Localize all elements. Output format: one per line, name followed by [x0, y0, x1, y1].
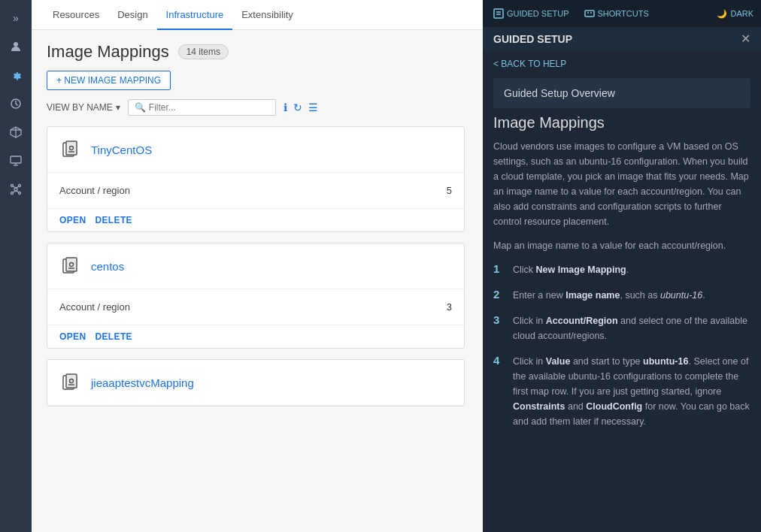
step-num-2: 2: [493, 288, 505, 303]
guide-intro: Cloud vendors use images to configure a …: [493, 139, 750, 229]
info-icon[interactable]: ℹ: [283, 101, 287, 113]
open-centos-button[interactable]: OPEN: [59, 331, 86, 342]
panel-close-button[interactable]: ✕: [741, 33, 750, 45]
moon-icon: 🌙: [717, 9, 727, 19]
shortcuts-label: SHORTCUTS: [598, 9, 649, 18]
open-tinyCentOS-button[interactable]: OPEN: [59, 215, 86, 225]
page-title: Image Mappings: [47, 42, 169, 62]
image-mapping-icon-3: [59, 370, 83, 394]
nav-design[interactable]: Design: [108, 0, 156, 30]
card-centos-body: Account / region 3: [47, 289, 464, 325]
svg-rect-18: [66, 141, 77, 155]
panel-title-bar: GUIDED SETUP ✕: [483, 27, 761, 51]
card-centos-row-0: Account / region 3: [59, 297, 452, 317]
step-num-4: 4: [493, 354, 505, 429]
card-centos-name[interactable]: centos: [91, 260, 124, 273]
svg-rect-29: [494, 9, 503, 18]
sidebar-settings-icon[interactable]: [4, 63, 28, 87]
nav-extensibility[interactable]: Extensibility: [232, 0, 302, 30]
card-row-value-2: 3: [447, 301, 452, 313]
back-to-help-link[interactable]: < BACK TO HELP: [483, 51, 761, 72]
guide-step-3: 3 Click in Account/Region and select one…: [493, 313, 750, 343]
view-by-label: VIEW BY NAME: [47, 102, 113, 113]
search-icon: 🔍: [135, 102, 146, 113]
delete-tinyCentOS-button[interactable]: DELETE: [95, 215, 132, 225]
step-text-1: Click New Image Mapping.: [513, 262, 629, 277]
guide-heading: Image Mappings: [493, 114, 750, 131]
list-view-icon[interactable]: ☰: [308, 101, 318, 113]
dark-label: DARK: [730, 9, 753, 18]
svg-line-15: [13, 191, 16, 192]
step-text-4: Click in Value and start to type ubuntu-…: [513, 354, 750, 429]
guide-content: Image Mappings Cloud vendors use images …: [483, 114, 761, 532]
panel-title: GUIDED SETUP: [493, 33, 572, 45]
svg-point-0: [14, 42, 18, 47]
card-tinyCentOS-name[interactable]: TinyCentOS: [91, 144, 152, 156]
card-jieaaptestvc: jieaaptestvcMapping: [47, 359, 465, 407]
svg-rect-22: [66, 258, 77, 271]
card-row-label-2: Account / region: [59, 301, 130, 313]
refresh-icon[interactable]: ↻: [293, 101, 302, 113]
search-box: 🔍: [128, 99, 276, 116]
card-tinyCentOS-header: TinyCentOS: [47, 127, 464, 173]
sidebar-expand-icon[interactable]: »: [4, 6, 28, 30]
nav-resources[interactable]: Resources: [44, 0, 108, 30]
dark-toggle[interactable]: 🌙 DARK: [717, 9, 753, 19]
svg-point-8: [14, 188, 17, 191]
items-badge: 14 items: [178, 44, 229, 59]
step-num-1: 1: [493, 262, 505, 277]
view-by-dropdown[interactable]: VIEW BY NAME ▾: [47, 102, 120, 113]
guided-setup-tab[interactable]: GUIDED SETUP: [490, 7, 572, 20]
step-text-2: Enter a new Image name, such as ubuntu-1…: [513, 288, 705, 303]
guide-step-4: 4 Click in Value and start to type ubunt…: [493, 354, 750, 429]
panel-topbar: GUIDED SETUP SHORTCUTS 🌙 DARK: [483, 0, 761, 27]
delete-centos-button[interactable]: DELETE: [95, 331, 132, 342]
sidebar-users-icon[interactable]: [4, 35, 28, 59]
card-centos-header: centos: [47, 243, 464, 289]
chevron-down-icon: ▾: [116, 102, 120, 113]
filter-bar: VIEW BY NAME ▾ 🔍 ℹ ↻ ☰: [47, 99, 468, 116]
shortcuts-tab[interactable]: SHORTCUTS: [581, 7, 652, 20]
card-centos: centos Account / region 3 OPEN DELETE: [47, 243, 465, 349]
search-input[interactable]: [149, 102, 269, 113]
card-row-label: Account / region: [59, 185, 130, 196]
card-tinyCentOS-row-0: Account / region 5: [59, 180, 452, 201]
page-header: Image Mappings 14 items: [47, 42, 468, 62]
card-jieaaptestvc-header: jieaaptestvcMapping: [47, 360, 464, 406]
svg-rect-26: [66, 374, 77, 388]
sidebar-network-icon[interactable]: [4, 177, 28, 201]
svg-line-13: [13, 186, 16, 188]
sidebar-cube-icon[interactable]: [4, 120, 28, 144]
right-panel: GUIDED SETUP SHORTCUTS 🌙 DARK GUIDED SET…: [483, 0, 761, 532]
guide-step-1: 1 Click New Image Mapping.: [493, 262, 750, 277]
guide-step-2: 2 Enter a new Image name, such as ubuntu…: [493, 288, 750, 303]
nav-infrastructure[interactable]: Infrastructure: [157, 0, 233, 30]
top-nav: Resources Design Infrastructure Extensib…: [32, 0, 483, 30]
svg-line-14: [16, 186, 19, 188]
guide-subtext: Map an image name to a value for each ac…: [493, 238, 750, 253]
step-num-3: 3: [493, 313, 505, 343]
topbar-left: GUIDED SETUP SHORTCUTS: [490, 7, 652, 20]
card-row-value: 5: [447, 185, 452, 196]
guided-setup-label: GUIDED SETUP: [507, 9, 569, 18]
card-centos-actions: OPEN DELETE: [47, 325, 464, 348]
sidebar-clock-icon[interactable]: [4, 92, 28, 116]
image-mapping-icon: [59, 138, 83, 162]
sidebar: »: [0, 0, 32, 532]
svg-line-16: [16, 191, 19, 192]
card-tinyCentOS-body: Account / region 5: [47, 173, 464, 208]
content-area: Image Mappings 14 items + NEW IMAGE MAPP…: [32, 30, 483, 532]
sidebar-monitor-icon[interactable]: [4, 149, 28, 173]
guided-section-header: Guided Setup Overview: [493, 78, 750, 108]
card-tinyCentOS-actions: OPEN DELETE: [47, 208, 464, 231]
svg-rect-32: [585, 11, 594, 17]
step-text-3: Click in Account/Region and select one o…: [513, 313, 750, 343]
image-mapping-icon-2: [59, 254, 83, 278]
svg-rect-5: [11, 156, 21, 163]
card-jieaaptestvc-name[interactable]: jieaaptestvcMapping: [91, 376, 194, 389]
new-image-mapping-button[interactable]: + NEW IMAGE MAPPING: [47, 71, 171, 90]
main-area: Resources Design Infrastructure Extensib…: [32, 0, 483, 532]
filter-icons: ℹ ↻ ☰: [283, 101, 318, 113]
cards-container: TinyCentOS Account / region 5 OPEN DELET…: [47, 126, 468, 417]
card-tinyCentOS: TinyCentOS Account / region 5 OPEN DELET…: [47, 126, 465, 232]
